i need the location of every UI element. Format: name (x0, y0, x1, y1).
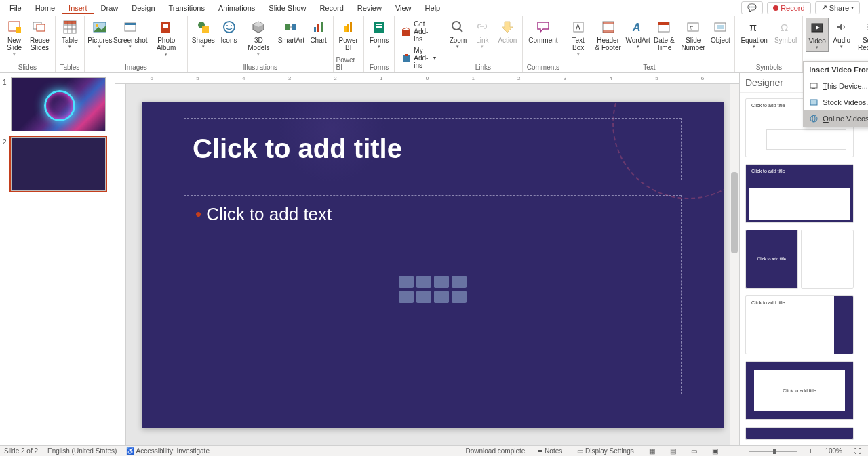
tab-slideshow[interactable]: Slide Show (262, 2, 313, 14)
video-button[interactable]: Video▾ (806, 18, 829, 52)
slide-number-button[interactable]: #Slide Number (679, 18, 707, 53)
insert-3d-icon[interactable] (452, 276, 467, 288)
slide-canvas[interactable]: Click to add title Click to add text (142, 102, 724, 428)
insert-video-icon[interactable] (434, 291, 449, 303)
status-accessibility[interactable]: ♿ Accessibility: Investigate (126, 447, 210, 455)
zoom-button[interactable]: Zoom▾ (446, 18, 469, 51)
title-placeholder[interactable]: Click to add title (184, 118, 682, 180)
notes-button[interactable]: ≣ Notes (534, 447, 565, 455)
reuse-slides-icon (31, 19, 47, 35)
tab-transitions[interactable]: Transitions (162, 2, 212, 14)
zoom-level[interactable]: 100% (825, 447, 842, 455)
view-slideshow-button[interactable]: ▣ (709, 447, 721, 455)
screenshot-button[interactable]: Screenshot▾ (114, 18, 147, 51)
view-reading-button[interactable]: ▭ (688, 447, 700, 455)
wordart-button[interactable]: AWordArt▾ (627, 18, 650, 51)
svg-rect-3 (37, 24, 45, 31)
record-dot-icon (773, 5, 778, 11)
shapes-button[interactable]: Shapes▾ (191, 18, 216, 51)
group-text: AText Box▾ Header & Footer AWordArt▾ Dat… (564, 16, 736, 72)
zoom-in-button[interactable]: + (806, 447, 816, 455)
svg-rect-17 (202, 26, 209, 33)
my-addins-button[interactable]: My Add-ins▾ (399, 45, 439, 70)
tab-view[interactable]: View (389, 2, 418, 14)
stock-icon (809, 98, 818, 107)
dropdown-this-device[interactable]: This Device... (804, 78, 868, 94)
scrollbar-thumb[interactable] (731, 172, 738, 253)
comment-button[interactable]: Comment (526, 18, 560, 45)
chevron-down-icon: ▾ (851, 5, 854, 11)
insert-table-icon[interactable] (399, 276, 414, 288)
design-option-4[interactable]: Click to add title (745, 295, 854, 354)
equation-button[interactable]: πEquation▾ (738, 18, 770, 51)
insert-smartart-icon[interactable] (434, 276, 449, 288)
tab-draw[interactable]: Draw (94, 2, 125, 14)
audio-button[interactable]: Audio▾ (830, 18, 853, 51)
view-normal-button[interactable]: ▦ (646, 447, 658, 455)
insert-pictures-icon[interactable] (399, 291, 414, 303)
group-tables: Table▾ Tables (56, 16, 85, 72)
comments-button[interactable]: 💬 (741, 1, 763, 14)
slide-thumbnail-2[interactable] (11, 137, 106, 191)
addins-icon (401, 54, 411, 63)
share-button[interactable]: ↗Share▾ (815, 1, 860, 14)
symbol-icon: Ω (778, 19, 794, 35)
zoom-slider[interactable] (749, 451, 797, 452)
share-icon: ↗ (821, 3, 827, 12)
design-option-6[interactable] (745, 427, 854, 440)
group-powerbi: Power BI Power BI (334, 16, 364, 72)
fit-to-window-button[interactable]: ⛶ (852, 447, 864, 455)
insert-online-pictures-icon[interactable] (416, 291, 431, 303)
icons-button[interactable]: Icons (218, 18, 241, 45)
tab-insert[interactable]: Insert (62, 2, 94, 14)
zoom-out-button[interactable]: − (730, 447, 740, 455)
date-time-button[interactable]: Date & Time (651, 18, 677, 53)
online-icon (809, 114, 818, 123)
tab-animations[interactable]: Animations (212, 2, 262, 14)
dropdown-online-videos[interactable]: Online Videos... (804, 110, 868, 127)
table-icon (62, 19, 78, 35)
display-settings-button[interactable]: ▭ Display Settings (574, 447, 636, 455)
pictures-button[interactable]: Pictures▾ (87, 18, 113, 51)
slide-thumbnail-1[interactable] (11, 77, 106, 131)
svg-rect-22 (292, 24, 296, 30)
insert-chart-icon[interactable] (416, 276, 431, 288)
3d-models-button[interactable]: 3D Models▾ (242, 18, 276, 58)
svg-rect-48 (717, 25, 724, 29)
reuse-slides-button[interactable]: Reuse Slides (27, 18, 52, 53)
object-button[interactable]: Object (709, 18, 732, 45)
vertical-scrollbar[interactable] (730, 84, 739, 445)
tab-file[interactable]: File (3, 2, 28, 14)
tab-record[interactable]: Record (313, 2, 350, 14)
ruler-vertical (115, 84, 126, 445)
insert-icon-icon[interactable] (452, 291, 467, 303)
designer-pane: Designer ▾ ✕ Click to add title Click to… (739, 73, 868, 445)
forms-button[interactable]: Forms▾ (367, 18, 391, 51)
tab-review[interactable]: Review (351, 2, 389, 14)
svg-rect-40 (603, 22, 614, 24)
dropdown-stock-videos[interactable]: Stock Videos... (804, 94, 868, 110)
powerbi-button[interactable]: Power BI (336, 18, 361, 53)
shapes-icon (195, 19, 212, 35)
new-slide-button[interactable]: New Slide▾ (3, 18, 26, 58)
design-option-2[interactable]: Click to add title (745, 164, 854, 223)
content-placeholder[interactable]: Click to add text (184, 195, 682, 394)
screen-recording-button[interactable]: Screen Recording (854, 18, 868, 53)
tab-home[interactable]: Home (28, 2, 62, 14)
photo-album-button[interactable]: Photo Album▾ (148, 18, 184, 58)
object-icon (712, 19, 728, 35)
record-button[interactable]: Record (767, 2, 810, 14)
smartart-button[interactable]: SmartArt (277, 18, 305, 45)
textbox-button[interactable]: AText Box▾ (567, 18, 590, 58)
chart-button[interactable]: Chart (307, 18, 330, 45)
get-addins-button[interactable]: Get Add-ins (399, 19, 439, 44)
table-button[interactable]: Table▾ (58, 18, 81, 51)
view-sorter-button[interactable]: ▤ (667, 447, 679, 455)
chart-icon (311, 19, 327, 35)
status-language[interactable]: English (United States) (47, 447, 117, 455)
header-footer-button[interactable]: Header & Footer (591, 18, 625, 53)
tab-help[interactable]: Help (418, 2, 448, 14)
design-option-5[interactable]: Click to add title (745, 361, 854, 420)
design-option-3[interactable]: Click to add title (745, 230, 854, 289)
tab-design[interactable]: Design (125, 2, 161, 14)
